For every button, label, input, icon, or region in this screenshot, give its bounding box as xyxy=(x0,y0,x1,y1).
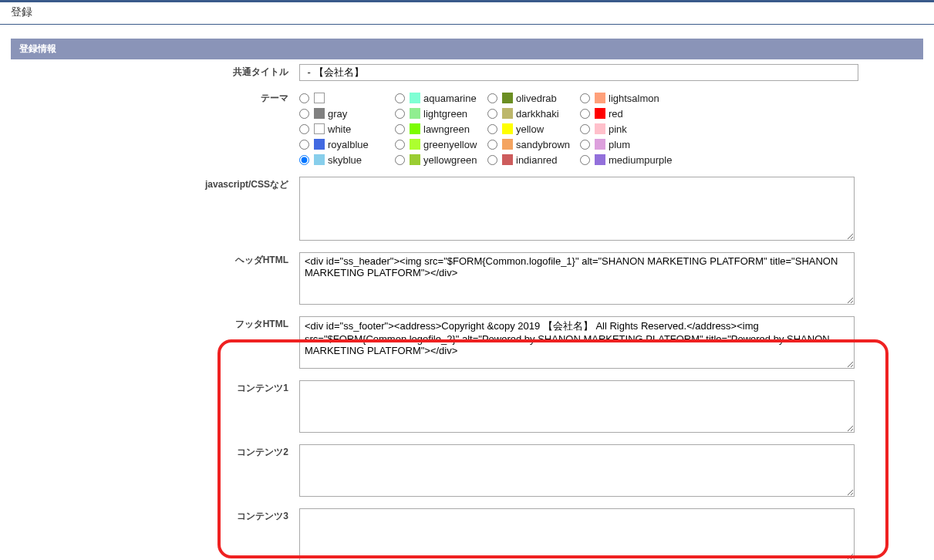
theme-radio-royalblue[interactable] xyxy=(299,140,309,150)
theme-option-olivedrab[interactable]: olivedrab xyxy=(487,90,580,106)
theme-radio-pink[interactable] xyxy=(580,124,590,134)
theme-radio-lawngreen[interactable] xyxy=(395,124,405,134)
theme-option-skyblue[interactable]: skyblue xyxy=(299,152,395,167)
theme-option-yellowgreen[interactable]: yellowgreen xyxy=(395,152,487,167)
theme-radio-lightgreen[interactable] xyxy=(395,109,405,119)
theme-label: greenyellow xyxy=(423,139,477,150)
row-theme: テーマ graywhiteroyalblueskyblueaquamarinel… xyxy=(11,86,923,172)
textarea-header-html[interactable] xyxy=(299,252,855,305)
theme-radio-lightsalmon[interactable] xyxy=(580,93,590,103)
color-swatch-icon xyxy=(314,139,325,150)
theme-option-pink[interactable]: pink xyxy=(580,121,680,137)
theme-radio-mediumpurple[interactable] xyxy=(580,155,590,165)
theme-option-white[interactable]: white xyxy=(299,121,395,137)
label-theme: テーマ xyxy=(11,89,296,108)
color-swatch-icon xyxy=(502,154,513,165)
theme-label: mediumpurple xyxy=(609,154,672,166)
theme-grid: graywhiteroyalblueskyblueaquamarinelight… xyxy=(299,90,915,167)
theme-radio-white[interactable] xyxy=(299,124,309,134)
label-jscss: javascript/CSSなど xyxy=(11,175,296,194)
theme-radio-red[interactable] xyxy=(580,109,590,119)
color-swatch-icon xyxy=(502,108,513,119)
theme-option-sandybrown[interactable]: sandybrown xyxy=(487,137,580,152)
textarea-content2[interactable] xyxy=(299,444,855,497)
label-header-html: ヘッダHTML xyxy=(11,251,296,270)
theme-radio-greenyellow[interactable] xyxy=(395,140,405,150)
theme-radio-sandybrown[interactable] xyxy=(487,140,497,150)
theme-option-indianred[interactable]: indianred xyxy=(487,152,580,167)
color-swatch-icon xyxy=(595,93,605,103)
color-swatch-icon xyxy=(410,108,420,119)
theme-option-lawngreen[interactable]: lawngreen xyxy=(395,121,487,137)
theme-label: gray xyxy=(328,108,347,120)
registration-panel: 登録情報 共通タイトル テーマ graywhiteroyalblueskyblu… xyxy=(11,39,923,560)
theme-label: lightgreen xyxy=(423,108,467,120)
input-common-title[interactable] xyxy=(299,64,858,81)
theme-option-lightsalmon[interactable]: lightsalmon xyxy=(580,90,680,106)
theme-label: white xyxy=(328,123,351,135)
textarea-jscss[interactable] xyxy=(299,177,855,241)
theme-option-greenyellow[interactable]: greenyellow xyxy=(395,137,487,152)
color-swatch-icon xyxy=(314,123,325,134)
color-swatch-icon xyxy=(314,154,325,165)
theme-label: lightsalmon xyxy=(609,93,659,104)
color-swatch-icon xyxy=(502,123,513,134)
page-title: 登録 xyxy=(11,5,32,18)
row-content2: コンテンツ2 xyxy=(11,440,923,504)
theme-option-mediumpurple[interactable]: mediumpurple xyxy=(580,152,680,167)
theme-radio-gray[interactable] xyxy=(299,109,309,119)
page-title-bar: 登録 xyxy=(0,0,934,25)
theme-label: darkkhaki xyxy=(516,108,559,120)
color-swatch-icon xyxy=(410,123,420,134)
color-swatch-icon xyxy=(595,123,605,134)
theme-option-default[interactable] xyxy=(299,90,395,106)
theme-option-yellow[interactable]: yellow xyxy=(487,121,580,137)
theme-label: red xyxy=(609,108,623,120)
theme-radio-olivedrab[interactable] xyxy=(487,93,497,103)
theme-option-gray[interactable]: gray xyxy=(299,106,395,121)
theme-option-red[interactable]: red xyxy=(580,106,680,121)
theme-radio-default[interactable] xyxy=(299,93,309,103)
color-swatch-icon xyxy=(314,108,325,119)
label-content1: コンテンツ1 xyxy=(11,379,296,398)
theme-option-royalblue[interactable]: royalblue xyxy=(299,137,395,152)
textarea-content1[interactable] xyxy=(299,380,855,433)
theme-radio-indianred[interactable] xyxy=(487,155,497,165)
theme-label: indianred xyxy=(516,154,558,166)
theme-label: pink xyxy=(609,123,627,135)
theme-radio-darkkhaki[interactable] xyxy=(487,109,497,119)
theme-label: sandybrown xyxy=(516,139,570,150)
textarea-footer-html[interactable] xyxy=(299,316,855,369)
row-footer-html: フッタHTML xyxy=(11,312,923,376)
theme-option-plum[interactable]: plum xyxy=(580,137,680,152)
theme-label: yellow xyxy=(516,123,544,135)
theme-radio-skyblue[interactable] xyxy=(299,155,309,165)
theme-option-darkkhaki[interactable]: darkkhaki xyxy=(487,106,580,121)
theme-label: lawngreen xyxy=(423,123,470,135)
theme-radio-yellowgreen[interactable] xyxy=(395,155,405,165)
theme-label: olivedrab xyxy=(516,93,557,104)
theme-label: skyblue xyxy=(328,154,362,166)
label-common-title: 共通タイトル xyxy=(11,62,296,82)
label-content3: コンテンツ3 xyxy=(11,507,296,526)
theme-label: yellowgreen xyxy=(423,154,477,166)
color-swatch-icon xyxy=(502,139,513,150)
label-content2: コンテンツ2 xyxy=(11,443,296,462)
theme-option-lightgreen[interactable]: lightgreen xyxy=(395,106,487,121)
label-footer-html: フッタHTML xyxy=(11,315,296,334)
theme-radio-plum[interactable] xyxy=(580,140,590,150)
row-header-html: ヘッダHTML xyxy=(11,248,923,312)
theme-radio-aquamarine[interactable] xyxy=(395,93,405,103)
panel-title: 登録情報 xyxy=(11,39,923,59)
theme-option-aquamarine[interactable]: aquamarine xyxy=(395,90,487,106)
theme-radio-yellow[interactable] xyxy=(487,124,497,134)
color-swatch-icon xyxy=(410,139,420,150)
theme-label: aquamarine xyxy=(423,93,477,104)
row-content1: コンテンツ1 xyxy=(11,376,923,440)
row-jscss: javascript/CSSなど xyxy=(11,172,923,248)
color-swatch-icon xyxy=(410,93,420,103)
theme-label: royalblue xyxy=(328,139,369,150)
row-content3: コンテンツ3 xyxy=(11,504,923,560)
textarea-content3[interactable] xyxy=(299,508,855,560)
color-swatch-icon xyxy=(410,154,420,165)
